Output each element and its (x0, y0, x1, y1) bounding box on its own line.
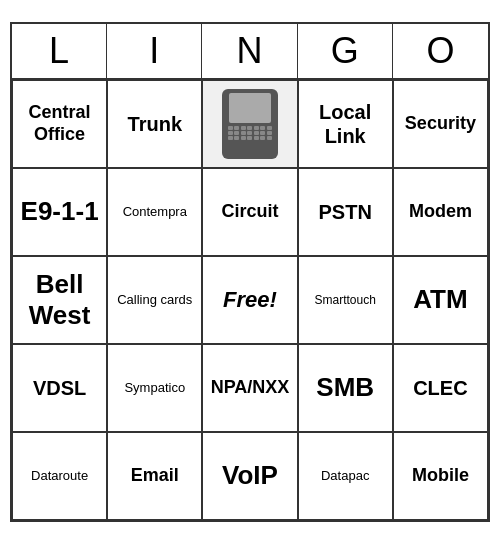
bb-keys (228, 126, 272, 140)
cell-r5-c2: Email (107, 432, 202, 520)
bingo-card: L I N G O Central Office Trunk (10, 22, 490, 522)
cell-r4-c3: NPA/NXX (202, 344, 297, 432)
cell-r3-c3-free: Free! (202, 256, 297, 344)
header-row: L I N G O (12, 24, 488, 80)
bb-screen (229, 93, 271, 123)
cell-r5-c1: Dataroute (12, 432, 107, 520)
cell-r2-c4: PSTN (298, 168, 393, 256)
cell-r1-c5: Security (393, 80, 488, 168)
cell-r4-c2: Sympatico (107, 344, 202, 432)
cell-r1-c3 (202, 80, 297, 168)
cell-r3-c5: ATM (393, 256, 488, 344)
header-i: I (107, 24, 202, 78)
cell-r2-c1: E9-1-1 (12, 168, 107, 256)
cell-r1-c1: Central Office (12, 80, 107, 168)
bingo-grid: Central Office Trunk (12, 80, 488, 520)
cell-r3-c4: Smarttouch (298, 256, 393, 344)
cell-r2-c5: Modem (393, 168, 488, 256)
cell-r2-c3: Circuit (202, 168, 297, 256)
cell-r4-c4: SMB (298, 344, 393, 432)
header-o: O (393, 24, 488, 78)
cell-r4-c1: VDSL (12, 344, 107, 432)
cell-r3-c2: Calling cards (107, 256, 202, 344)
cell-r5-c3: VoIP (202, 432, 297, 520)
blackberry-icon (222, 89, 278, 159)
cell-r3-c1: Bell West (12, 256, 107, 344)
cell-r1-c2: Trunk (107, 80, 202, 168)
cell-r5-c4: Datapac (298, 432, 393, 520)
cell-r1-c4: Local Link (298, 80, 393, 168)
cell-r5-c5: Mobile (393, 432, 488, 520)
header-g: G (298, 24, 393, 78)
cell-r2-c2: Contempra (107, 168, 202, 256)
cell-r4-c5: CLEC (393, 344, 488, 432)
header-n: N (202, 24, 297, 78)
header-l: L (12, 24, 107, 78)
